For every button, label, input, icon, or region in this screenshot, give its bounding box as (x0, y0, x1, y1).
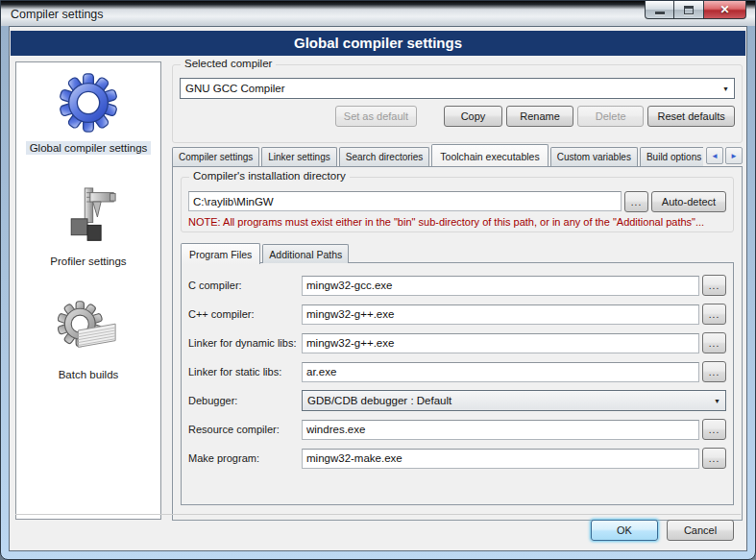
tab-bar: Compiler settings Linker settings Search… (172, 143, 743, 166)
spacer (180, 106, 331, 127)
installation-directory-input[interactable] (188, 191, 622, 211)
program-files-tab-bar: Program Files Additional Paths (181, 242, 734, 263)
minimize-icon (655, 12, 665, 14)
make-program-input[interactable] (302, 449, 699, 469)
c-compiler-row: C compiler: ... (188, 275, 726, 296)
copy-button[interactable]: Copy (444, 106, 502, 127)
dynamic-linker-browse-button[interactable]: ... (702, 332, 726, 353)
static-linker-label: Linker for static libs: (188, 366, 302, 377)
cpp-compiler-label: C++ compiler: (188, 308, 302, 320)
minimize-button[interactable] (645, 1, 674, 19)
ok-button[interactable]: OK (591, 520, 658, 541)
caliper-icon (60, 183, 117, 249)
close-icon: ✕ (719, 3, 729, 16)
sidebar-item-label: Batch builds (55, 368, 123, 381)
dynamic-linker-input[interactable] (302, 333, 699, 353)
page-title: Global compiler settings (11, 31, 745, 56)
make-program-row: Make program: ... (188, 448, 726, 469)
tab-scroll-left-button[interactable]: ◄ (706, 147, 723, 164)
tab-compiler-settings[interactable]: Compiler settings (172, 147, 259, 166)
resource-compiler-browse-button[interactable]: ... (702, 419, 726, 440)
c-compiler-browse-button[interactable]: ... (702, 275, 726, 296)
static-linker-row: Linker for static libs: ... (188, 361, 726, 382)
selected-compiler-group: Selected compiler GNU GCC Compiler ▼ Set… (172, 64, 743, 143)
debugger-label: Debugger: (188, 395, 302, 406)
c-compiler-label: C compiler: (188, 280, 302, 291)
program-files-panel: C compiler: ... C++ compiler: ... Linker… (181, 262, 734, 505)
dynamic-linker-label: Linker for dynamic libs: (188, 337, 302, 349)
reset-defaults-button[interactable]: Reset defaults (647, 106, 735, 127)
sidebar-item-batch-builds[interactable]: Batch builds (55, 297, 123, 381)
compiler-actions: Set as default Copy Rename Delete Reset … (180, 106, 735, 127)
debugger-select[interactable]: GDB/CDB debugger : Default ▼ (302, 390, 726, 411)
dynamic-linker-row: Linker for dynamic libs: ... (188, 332, 726, 353)
sidebar-item-label: Global compiler settings (26, 141, 152, 155)
delete-button: Delete (577, 106, 644, 127)
maximize-icon (684, 6, 694, 14)
blue-gear-icon (58, 70, 119, 135)
window-title: Compiler settings (11, 8, 104, 21)
sidebar-item-profiler-settings[interactable]: Profiler settings (46, 183, 130, 268)
make-program-label: Make program: (188, 452, 302, 464)
set-as-default-button: Set as default (335, 106, 417, 127)
title-bar[interactable]: Compiler settings ✕ (1, 1, 755, 26)
compiler-select-value: GNU GCC Compiler (185, 83, 285, 94)
cpp-compiler-input[interactable] (302, 304, 699, 325)
dialog-footer: OK Cancel (15, 514, 741, 545)
settings-category-list: Global compiler settings (15, 61, 161, 520)
cpp-compiler-row: C++ compiler: ... (188, 304, 726, 325)
close-button[interactable]: ✕ (704, 1, 746, 19)
tab-toolchain-executables[interactable]: Toolchain executables (431, 144, 548, 166)
debugger-select-value: GDB/CDB debugger : Default (307, 395, 451, 406)
tab-search-directories[interactable]: Search directories (339, 147, 430, 166)
installation-directory-row: ... Auto-detect (188, 191, 726, 212)
c-compiler-input[interactable] (302, 276, 699, 296)
debugger-row: Debugger: GDB/CDB debugger : Default ▼ (188, 390, 726, 411)
cpp-compiler-browse-button[interactable]: ... (702, 304, 726, 325)
static-linker-input[interactable] (302, 362, 699, 382)
static-linker-browse-button[interactable]: ... (702, 361, 726, 382)
tab-custom-variables[interactable]: Custom variables (550, 147, 638, 166)
installation-directory-browse-button[interactable]: ... (624, 191, 648, 212)
resource-compiler-row: Resource compiler: ... (188, 419, 726, 440)
installation-directory-group: Compiler's installation directory ... Au… (181, 177, 734, 232)
tab-strip: Compiler settings Linker settings Search… (172, 143, 703, 166)
sidebar-item-label: Profiler settings (46, 255, 130, 268)
tab-program-files[interactable]: Program Files (181, 243, 260, 264)
tab-linker-settings[interactable]: Linker settings (261, 147, 336, 166)
make-program-browse-button[interactable]: ... (702, 448, 726, 469)
scroll-right-icon: ► (730, 152, 738, 160)
installation-directory-group-label: Compiler's installation directory (189, 170, 350, 182)
scroll-left-icon: ◄ (711, 152, 719, 160)
auto-detect-button[interactable]: Auto-detect (651, 191, 726, 212)
cancel-button[interactable]: Cancel (667, 520, 734, 541)
main-content: Selected compiler GNU GCC Compiler ▼ Set… (172, 64, 743, 521)
toolchain-executables-panel: Compiler's installation directory ... Au… (172, 166, 743, 521)
rename-button[interactable]: Rename (506, 106, 573, 127)
tab-build-options[interactable]: Build options (640, 147, 703, 166)
tab-scroll-right-button[interactable]: ► (725, 147, 743, 164)
compiler-select[interactable]: GNU GCC Compiler ▼ (180, 78, 735, 99)
gray-gear-stack-icon (58, 297, 119, 362)
compiler-settings-dialog: Compiler settings ✕ Global compiler sett… (0, 0, 756, 560)
window-controls: ✕ (645, 1, 746, 19)
maximize-button[interactable] (674, 1, 704, 19)
resource-compiler-label: Resource compiler: (188, 424, 302, 435)
bin-subdirectory-note: NOTE: All programs must exist either in … (188, 216, 726, 228)
chevron-down-icon: ▼ (714, 398, 720, 404)
chevron-down-icon: ▼ (722, 85, 729, 92)
tab-scroll-controls: ◄ ► (706, 147, 743, 166)
tab-additional-paths[interactable]: Additional Paths (262, 244, 349, 263)
selected-compiler-group-label: Selected compiler (181, 58, 276, 69)
resource-compiler-input[interactable] (302, 420, 699, 440)
dialog-body: Global compiler settings (9, 26, 747, 551)
sidebar-item-global-compiler-settings[interactable]: Global compiler settings (26, 70, 152, 155)
